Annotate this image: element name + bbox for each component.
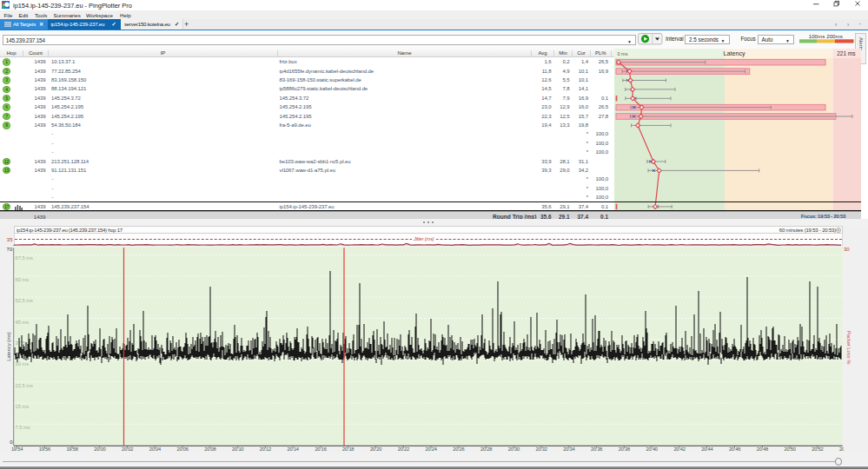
svg-text:Latency (ms): Latency (ms) (6, 332, 11, 361)
svg-text:30: 30 (844, 247, 850, 252)
svg-text:30 ms: 30 ms (16, 361, 30, 367)
svg-text:70: 70 (7, 247, 13, 252)
svg-text:52,5 ms: 52,5 ms (16, 298, 33, 303)
svg-text:0: 0 (10, 439, 13, 445)
svg-text:Packet Loss %: Packet Loss % (846, 331, 851, 364)
svg-text:35: 35 (7, 237, 13, 242)
svg-text:60 ms: 60 ms (16, 277, 30, 282)
svg-text:7,5 ms: 7,5 ms (16, 425, 30, 430)
svg-text:37,5 ms: 37,5 ms (16, 340, 33, 346)
svg-text:15 ms: 15 ms (16, 404, 30, 409)
svg-text:45 ms: 45 ms (16, 320, 30, 325)
svg-text:67,5 ms: 67,5 ms (16, 255, 33, 261)
svg-text:22,5 ms: 22,5 ms (16, 383, 33, 388)
